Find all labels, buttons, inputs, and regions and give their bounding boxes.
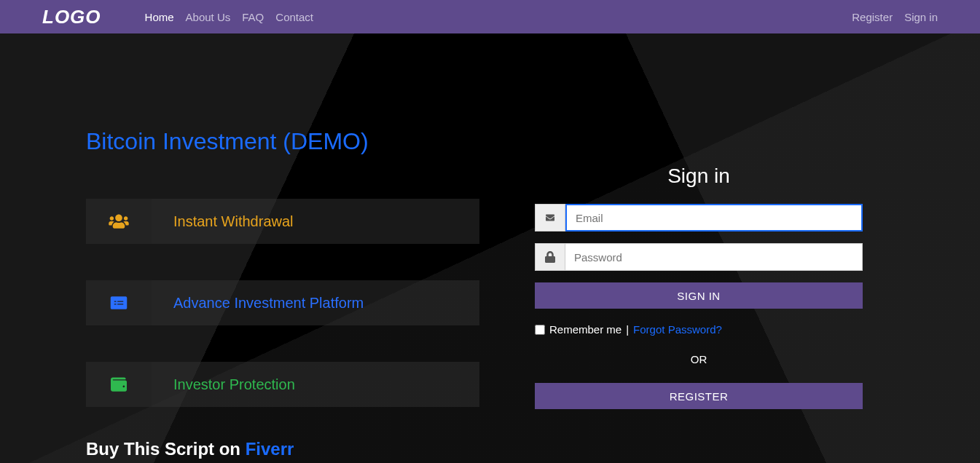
nav-link-contact[interactable]: Contact: [275, 11, 313, 23]
register-button[interactable]: REGISTER: [535, 383, 863, 409]
feature-card-withdrawal: Instant Withdrawal: [86, 199, 479, 244]
remember-label: Remember me: [549, 323, 622, 336]
or-separator: OR: [535, 353, 863, 365]
top-navbar: LOGO Home About Us FAQ Contact Register …: [0, 0, 980, 33]
nav-link-register[interactable]: Register: [852, 11, 893, 23]
money-check-icon: [86, 280, 152, 325]
remember-row: Remember me | Forgot Password?: [535, 323, 863, 336]
users-icon: [86, 199, 152, 244]
hero-column: Bitcoin Investment (DEMO) Instant Withdr…: [86, 135, 479, 443]
envelope-icon: [535, 204, 565, 232]
email-group: [535, 204, 863, 232]
password-input[interactable]: [565, 243, 863, 271]
feature-card-protection: Investor Protection: [86, 362, 479, 407]
fiverr-link[interactable]: Fiverr: [246, 439, 294, 459]
buy-prefix: Buy This Script on: [86, 439, 246, 459]
wallet-icon: [86, 362, 152, 407]
feature-label: Advance Investment Platform: [152, 280, 479, 325]
feature-label: Investor Protection: [152, 362, 479, 407]
nav-link-about[interactable]: About Us: [186, 11, 231, 23]
signin-column: Sign in SIGN IN Remember me | Forgot Pas…: [535, 165, 863, 443]
signin-title: Sign in: [535, 165, 863, 188]
nav-link-home[interactable]: Home: [145, 11, 174, 23]
forgot-password-link[interactable]: Forgot Password?: [633, 323, 722, 336]
buy-script-cta: Buy This Script on Fiverr: [86, 439, 980, 459]
nav-link-faq[interactable]: FAQ: [242, 11, 264, 23]
main-container: Bitcoin Investment (DEMO) Instant Withdr…: [0, 135, 980, 443]
lock-icon: [535, 243, 565, 271]
hero-title: Bitcoin Investment (DEMO): [86, 128, 479, 155]
nav-left: Home About Us FAQ Contact: [145, 11, 313, 23]
brand-logo[interactable]: LOGO: [42, 6, 101, 28]
nav-link-signin[interactable]: Sign in: [904, 11, 938, 23]
feature-label: Instant Withdrawal: [152, 199, 479, 244]
nav-right: Register Sign in: [852, 11, 938, 23]
email-input[interactable]: [565, 204, 863, 232]
password-group: [535, 243, 863, 271]
feature-card-platform: Advance Investment Platform: [86, 280, 479, 325]
remember-checkbox[interactable]: [535, 325, 545, 335]
separator: |: [626, 323, 629, 336]
signin-button[interactable]: SIGN IN: [535, 282, 863, 309]
